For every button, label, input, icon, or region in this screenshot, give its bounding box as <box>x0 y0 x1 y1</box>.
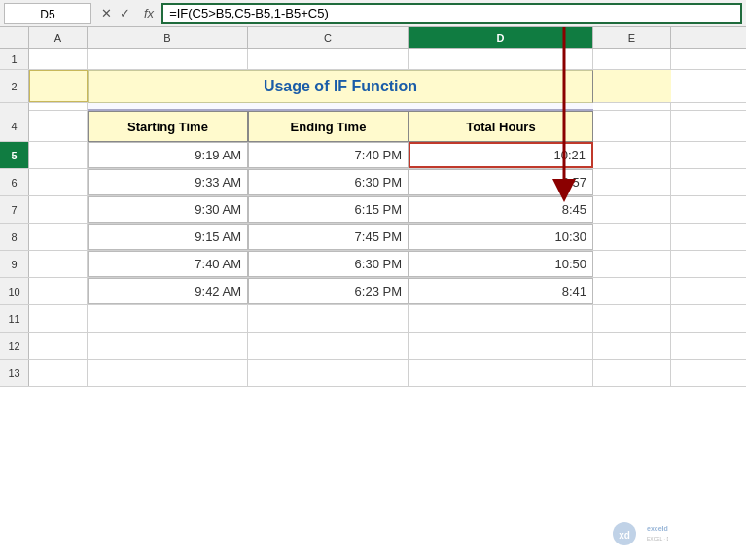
row-num-10: 10 <box>0 278 29 304</box>
col-header-a[interactable]: A <box>29 27 88 48</box>
cell-c6[interactable]: 6:30 PM <box>248 169 409 195</box>
row-13: 13 <box>0 360 746 387</box>
row-num-12: 12 <box>0 332 29 359</box>
row-num-1: 1 <box>0 49 29 69</box>
row-8: 8 9:15 AM 7:45 PM 10:30 <box>0 224 746 251</box>
cell-c10[interactable]: 6:23 PM <box>248 278 409 304</box>
row-num-8: 8 <box>0 224 29 250</box>
row-3 <box>0 103 746 111</box>
cancel-icon[interactable]: ✕ <box>99 6 114 20</box>
corner-cell <box>0 27 29 48</box>
spreadsheet: A B C D E 1 2 Usage of IF Function <box>0 27 746 387</box>
cell-b11[interactable] <box>88 305 248 332</box>
cell-b10[interactable]: 9:42 AM <box>88 278 248 304</box>
row-num-3 <box>0 103 29 111</box>
row-num-2: 2 <box>0 70 29 102</box>
cell-d8[interactable]: 10:30 <box>409 224 593 250</box>
cell-c5[interactable]: 7:40 PM <box>248 142 409 168</box>
cell-c13[interactable] <box>248 360 409 386</box>
cell-c12[interactable] <box>248 332 409 359</box>
cell-e13[interactable] <box>593 360 671 386</box>
row-num-7: 7 <box>0 196 29 223</box>
cell-d11[interactable] <box>409 305 593 332</box>
cell-e11[interactable] <box>593 305 671 332</box>
cell-e4[interactable] <box>593 111 671 142</box>
title-cell: Usage of IF Function <box>88 70 593 103</box>
cell-a3[interactable] <box>29 103 88 111</box>
cell-c11[interactable] <box>248 305 409 332</box>
row-num-9: 9 <box>0 251 29 277</box>
row-5: 5 9:19 AM 7:40 PM 10:21 <box>0 142 746 169</box>
row-11: 11 <box>0 305 746 332</box>
cell-e8[interactable] <box>593 224 671 250</box>
cell-a11[interactable] <box>29 305 88 332</box>
watermark-logo-icon: xd exceldemy EXCEL · DATA · BI <box>610 519 668 548</box>
cell-b9[interactable]: 7:40 AM <box>88 251 248 277</box>
col-header-e[interactable]: E <box>593 27 671 48</box>
row-num-6: 6 <box>0 169 29 195</box>
cell-b13[interactable] <box>88 360 248 386</box>
cell-d5[interactable]: 10:21 <box>409 142 593 168</box>
row-num-13: 13 <box>0 360 29 386</box>
fx-label: fx <box>140 6 158 20</box>
row-9: 9 7:40 AM 6:30 PM 10:50 <box>0 251 746 278</box>
cell-b5[interactable]: 9:19 AM <box>88 142 248 168</box>
cell-a7[interactable] <box>29 196 88 223</box>
row-10: 10 9:42 AM 6:23 PM 8:41 <box>0 278 746 305</box>
cell-e5[interactable] <box>593 142 671 168</box>
cell-a1[interactable] <box>29 49 88 69</box>
cell-b7[interactable]: 9:30 AM <box>88 196 248 223</box>
cell-a13[interactable] <box>29 360 88 386</box>
col-header-d[interactable]: D <box>409 27 593 48</box>
cell-e9[interactable] <box>593 251 671 277</box>
cell-a5[interactable] <box>29 142 88 168</box>
cell-b1[interactable] <box>88 49 248 69</box>
cell-e2[interactable] <box>593 70 671 102</box>
cell-a12[interactable] <box>29 332 88 359</box>
row-1: 1 <box>0 49 746 70</box>
cell-d1[interactable] <box>409 49 593 69</box>
row-6: 6 9:33 AM 6:30 PM 8:57 <box>0 169 746 196</box>
row-4: 4 Starting Time Ending Time Total Hours <box>0 111 746 142</box>
cell-c7[interactable]: 6:15 PM <box>248 196 409 223</box>
cell-a6[interactable] <box>29 169 88 195</box>
formula-input[interactable]: =IF(C5>B5,C5-B5,1-B5+C5) <box>161 3 742 24</box>
watermark: xd exceldemy EXCEL · DATA · BI <box>610 519 668 548</box>
cell-e12[interactable] <box>593 332 671 359</box>
cell-a9[interactable] <box>29 251 88 277</box>
cell-c1[interactable] <box>248 49 409 69</box>
cell-d4-header: Total Hours <box>409 111 593 142</box>
cell-d12[interactable] <box>409 332 593 359</box>
col-header-c[interactable]: C <box>248 27 409 48</box>
cell-a8[interactable] <box>29 224 88 250</box>
cell-e3[interactable] <box>593 103 671 111</box>
cell-reference-box[interactable]: D5 <box>4 3 91 24</box>
cell-e1[interactable] <box>593 49 671 69</box>
cell-b12[interactable] <box>88 332 248 359</box>
cell-a10[interactable] <box>29 278 88 304</box>
formula-bar: D5 ✕ ✓ fx =IF(C5>B5,C5-B5,1-B5+C5) <box>0 0 746 27</box>
cell-d6[interactable]: 8:57 <box>409 169 593 195</box>
confirm-icon[interactable]: ✓ <box>118 6 132 20</box>
row-2: 2 Usage of IF Function <box>0 70 746 103</box>
cell-d10[interactable]: 8:41 <box>409 278 593 304</box>
cell-e7[interactable] <box>593 196 671 223</box>
cell-b4-header: Starting Time <box>88 111 248 142</box>
cell-d7[interactable]: 8:45 <box>409 196 593 223</box>
cell-c8[interactable]: 7:45 PM <box>248 224 409 250</box>
cell-a2[interactable] <box>29 70 88 102</box>
formula-icons: ✕ ✓ <box>95 6 136 20</box>
cell-b8[interactable]: 9:15 AM <box>88 224 248 250</box>
cell-a4[interactable] <box>29 111 88 142</box>
cell-d9[interactable]: 10:50 <box>409 251 593 277</box>
cell-e6[interactable] <box>593 169 671 195</box>
cell-e10[interactable] <box>593 278 671 304</box>
cell-c9[interactable]: 6:30 PM <box>248 251 409 277</box>
svg-text:exceldemy: exceldemy <box>647 525 668 533</box>
row-num-4: 4 <box>0 111 29 141</box>
cell-d13[interactable] <box>409 360 593 386</box>
cell-b6[interactable]: 9:33 AM <box>88 169 248 195</box>
svg-text:EXCEL · DATA · BI: EXCEL · DATA · BI <box>647 536 668 542</box>
col-header-b[interactable]: B <box>88 27 248 48</box>
row-num-5: 5 <box>0 142 29 168</box>
